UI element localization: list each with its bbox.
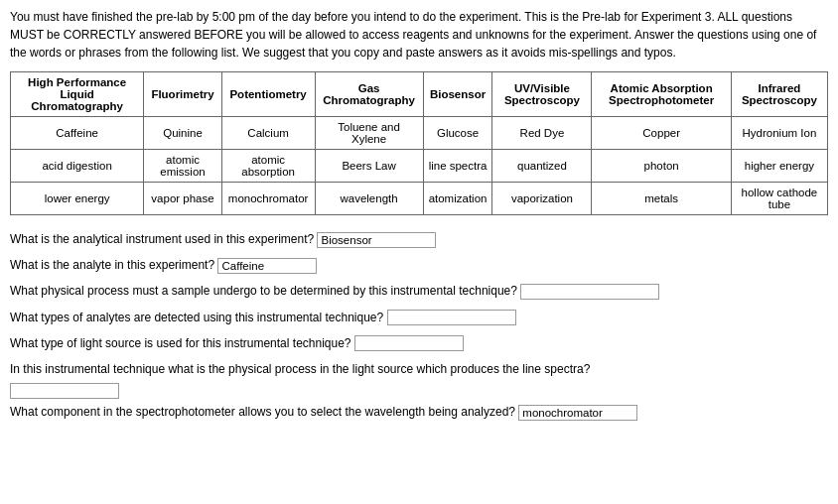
cell-metals: metals [592,183,731,215]
q7-label: What component in the spectrophotometer … [10,400,518,425]
header-hplc: High Performance Liquid Chromatography [11,72,144,117]
cell-atomic-absorption: atomic absorption [221,150,315,183]
cell-reddye: Red Dye [492,117,592,150]
q5-input[interactable] [354,335,464,351]
q5-label: What type of light source is used for th… [10,331,354,356]
cell-lower-energy: lower energy [11,183,144,215]
question-1: What is the analytical instrument used i… [10,227,828,252]
header-uv: UV/Visible Spectroscopy [492,72,592,117]
cell-vapor-phase: vapor phase [144,183,221,215]
cell-beers-law: Beers Law [315,150,423,183]
cell-monochromator: monochromator [221,183,315,215]
header-gc: Gas Chromatography [315,72,423,117]
cell-vaporization: vaporization [492,183,592,215]
q3-label: What physical process must a sample unde… [10,279,520,304]
question-2: What is the analyte in this experiment? [10,253,828,278]
cell-line-spectra: line spectra [423,150,492,183]
q2-label: What is the analyte in this experiment? [10,253,217,278]
header-fluorimetry: Fluorimetry [144,72,221,117]
cell-hydronium: Hydronium Ion [731,117,827,150]
header-potentiometry: Potentiometry [221,72,315,117]
q6-label: In this instrumental technique what is t… [10,357,590,382]
table-header-row: High Performance Liquid Chromatography F… [11,72,828,117]
cell-higher-energy: higher energy [731,150,827,183]
header-aa: Atomic Absorption Spectrophotometer [592,72,731,117]
cell-caffeine: Caffeine [11,117,144,150]
cell-hollow-cathode: hollow cathode tube [731,183,827,215]
cell-wavelength: wavelength [315,183,423,215]
question-5: What type of light source is used for th… [10,331,828,356]
cell-quinine: Quinine [144,117,221,150]
q4-input[interactable] [387,310,516,325]
questions-section: What is the analytical instrument used i… [10,227,828,425]
table-row: lower energy vapor phase monochromator w… [11,183,828,215]
cell-glucose: Glucose [423,117,492,150]
cell-atomization: atomization [423,183,492,215]
table-row: Caffeine Quinine Calcium Toluene and Xyl… [11,117,828,150]
q1-input[interactable] [317,232,436,248]
q6-input[interactable] [10,383,119,399]
intro-paragraph: You must have finished the pre-lab by 5:… [10,8,828,62]
cell-acid-digestion: acid digestion [11,150,144,183]
cell-quantized: quantized [492,150,592,183]
q1-label: What is the analytical instrument used i… [10,227,317,252]
cell-photon: photon [592,150,731,183]
table-row: acid digestion atomic emission atomic ab… [11,150,828,183]
q7-input[interactable] [518,405,637,421]
question-4: What types of analytes are detected usin… [10,306,828,330]
cell-atomic-emission: atomic emission [144,150,221,183]
header-biosensor: Biosensor [423,72,492,117]
q3-input[interactable] [520,284,659,300]
q2-input[interactable] [217,258,317,274]
cell-copper: Copper [592,117,731,150]
q4-label: What types of analytes are detected usin… [10,306,387,330]
question-7: What component in the spectrophotometer … [10,400,828,425]
question-6: In this instrumental technique what is t… [10,357,828,399]
header-ir: Infrared Spectroscopy [731,72,827,117]
question-3: What physical process must a sample unde… [10,279,828,304]
cell-calcium: Calcium [221,117,315,150]
word-list-table: High Performance Liquid Chromatography F… [10,71,828,215]
cell-toluene: Toluene and Xylene [315,117,423,150]
